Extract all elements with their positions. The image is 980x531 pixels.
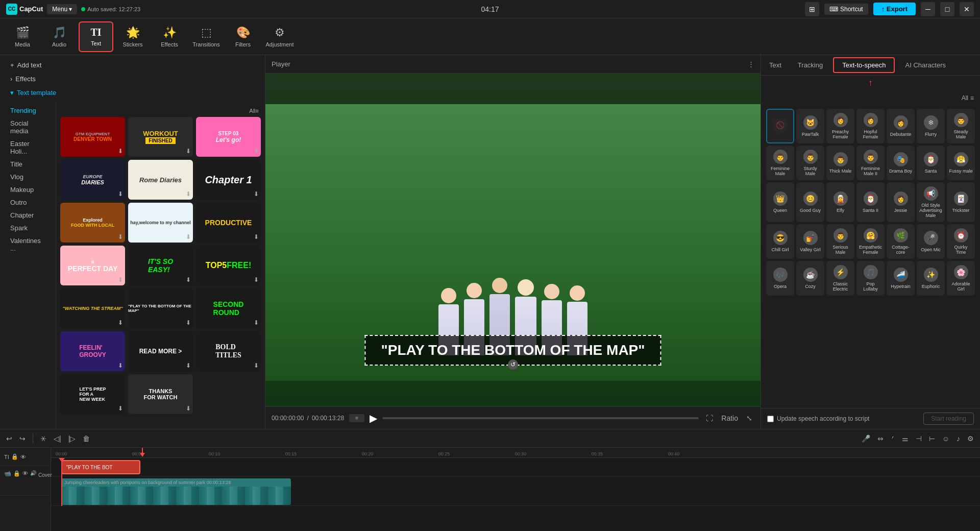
- voice-opera[interactable]: 🎶 Opera: [766, 261, 794, 296]
- tab-text[interactable]: Text: [761, 55, 790, 75]
- expand-button[interactable]: ⤡: [744, 413, 754, 423]
- progress-bar[interactable]: [382, 417, 699, 419]
- tab-tracking[interactable]: Tracking: [790, 55, 831, 75]
- layout-button[interactable]: ⊞: [805, 2, 819, 16]
- category-chapter[interactable]: Chapter: [6, 209, 50, 221]
- link-button[interactable]: ⇔: [875, 433, 886, 444]
- tool-stickers[interactable]: 🌟 Stickers: [115, 21, 150, 52]
- voice-empathetic-female[interactable]: 🤗 Empathetic Female: [856, 224, 885, 259]
- effects-button[interactable]: › Effects: [6, 73, 259, 85]
- voice-pawtalk[interactable]: 🐱 PawTalk: [796, 109, 824, 143]
- split-right-button[interactable]: |▷: [66, 433, 78, 444]
- add-text-button[interactable]: + Add text: [6, 59, 259, 71]
- template-card-1[interactable]: GTM EQUIPMENT DENVER TOWN ⬇: [60, 117, 125, 157]
- category-outro[interactable]: Outro: [6, 197, 50, 208]
- template-card-7[interactable]: Explored FOOD WITH LOCAL ⬇: [60, 203, 125, 243]
- voice-hypetrain[interactable]: 🚄 Hypetrain: [887, 261, 915, 296]
- voice-valley-girl[interactable]: 💅 Valley Girl: [796, 224, 824, 259]
- playhead[interactable]: [61, 458, 62, 506]
- update-speech-input[interactable]: [767, 416, 774, 422]
- category-title[interactable]: Title: [6, 158, 50, 170]
- template-card-8[interactable]: hay,welcome to my channel ⬇: [128, 203, 193, 243]
- template-card-14[interactable]: "PLAY TO THE BOTTOM OF THE MAP" ⬇: [128, 288, 193, 328]
- category-trending[interactable]: Trending: [6, 105, 50, 116]
- ratio-button[interactable]: Ratio: [719, 413, 740, 423]
- category-spark[interactable]: Spark: [6, 222, 50, 234]
- split-left-button[interactable]: ◁|: [52, 433, 63, 444]
- tab-tts[interactable]: Text-to-speech: [833, 57, 895, 73]
- template-card-18[interactable]: BOLDTITLES ⬇: [196, 331, 261, 371]
- template-card-10[interactable]: a PERFECT DAY ⬇: [60, 246, 125, 285]
- voice-debutante[interactable]: 👩 Debutante: [887, 109, 915, 143]
- fullscreen-button[interactable]: ⛶: [704, 413, 715, 423]
- voice-serious-male[interactable]: 👨 Serious Male: [826, 224, 854, 259]
- template-card-4[interactable]: EUROPE DIARIES ⬇: [60, 160, 125, 200]
- align-button[interactable]: ⚌: [900, 433, 911, 444]
- shortcut-button[interactable]: ⌨ Shortcut: [824, 4, 868, 15]
- voice-good-guy[interactable]: 😊 Good Guy: [796, 182, 824, 222]
- template-card-3[interactable]: STEP 03 Let's go! ⬇: [196, 117, 261, 157]
- category-vlog[interactable]: Vlog: [6, 171, 50, 183]
- export-button[interactable]: ↑ Export: [873, 3, 916, 15]
- template-card-11[interactable]: IT'S SOEASY! ⬇: [128, 246, 193, 285]
- update-speech-checkbox[interactable]: Update speech according to script: [767, 415, 869, 422]
- voice-classic-electric[interactable]: ⚡ Classic Electric: [826, 261, 854, 296]
- rotation-handle[interactable]: ↺: [508, 359, 518, 370]
- voice-feminine-male2[interactable]: 👨 Feminine Male II: [856, 146, 885, 180]
- filter-icon[interactable]: ≡: [256, 108, 259, 114]
- category-makeup[interactable]: Makeup: [6, 184, 50, 196]
- voice-jessie[interactable]: 👩 Jessie: [887, 182, 915, 222]
- voice-sturdy-male[interactable]: 👨 Sturdy Male: [796, 146, 824, 180]
- player-options-icon[interactable]: ⋮: [748, 60, 754, 68]
- voice-euphoric[interactable]: ✨ Euphoric: [917, 261, 945, 296]
- voice-pop-lullaby[interactable]: 🎵 Pop Lullaby: [856, 261, 885, 296]
- emoji-btn[interactable]: ☺: [940, 433, 951, 444]
- video-clip[interactable]: Jumping cheerleaders with pompoms on bac…: [61, 478, 291, 505]
- voice-adorable-girl[interactable]: 🌸 Adorable Girl: [947, 261, 975, 296]
- voice-drama-boy[interactable]: 🎭 Drama Boy: [887, 146, 915, 180]
- tool-filters[interactable]: 🎨 Filters: [226, 21, 260, 52]
- voice-flurry[interactable]: ❄ Flurry: [917, 109, 945, 143]
- template-card-12[interactable]: TOP5 FREE! ⬇: [196, 246, 261, 285]
- template-card-19[interactable]: LET'S PREPFOR ANEW WEEK ⬇: [60, 374, 125, 414]
- voice-queen[interactable]: 👑 Queen: [766, 182, 794, 222]
- eye-video-icon[interactable]: 👁: [22, 470, 28, 476]
- voice-feminine-male[interactable]: 👨 Feminine Male: [766, 146, 794, 180]
- voice-cozy[interactable]: ☕ Cozy: [796, 261, 824, 296]
- menu-button[interactable]: Menu ▾: [47, 4, 77, 14]
- text-clip[interactable]: "PLAY TO THE BOT: [61, 460, 140, 474]
- template-card-6[interactable]: Chapter 1 ⬇: [196, 160, 261, 200]
- start-reading-button[interactable]: Start reading: [923, 413, 974, 425]
- split-button[interactable]: ⚹: [38, 433, 48, 444]
- template-card-9[interactable]: PRODUCTIVE ⬇: [196, 203, 261, 243]
- split-btn2[interactable]: ⊣: [914, 433, 924, 444]
- subtitle-button[interactable]: ⎖: [889, 433, 897, 444]
- category-social[interactable]: Social media: [6, 117, 50, 137]
- template-card-20[interactable]: THANKSFOR WATCH ⬇: [128, 374, 193, 414]
- mic-button[interactable]: 🎤: [860, 433, 872, 444]
- audio-btn[interactable]: ♪: [954, 433, 962, 444]
- settings-tl-btn[interactable]: ⚙: [965, 433, 976, 444]
- voice-steady-male[interactable]: 👨 Steady Male: [947, 109, 975, 143]
- voice-disabled[interactable]: 🚫: [766, 109, 794, 143]
- template-card-2[interactable]: WORKOUT FINISHED ⬇: [128, 117, 193, 157]
- tool-transitions[interactable]: ⬚ Transitions: [189, 21, 224, 52]
- tool-audio[interactable]: 🎵 Audio: [42, 21, 77, 52]
- voice-preachy-female[interactable]: 👩 Preachy Female: [826, 109, 854, 143]
- play-button[interactable]: ▶: [370, 412, 377, 424]
- filter-voices-icon[interactable]: ≡: [970, 94, 974, 102]
- undo-button[interactable]: ↩: [4, 433, 14, 444]
- template-card-5[interactable]: Rome Diaries ⬇: [128, 160, 193, 200]
- category-easter[interactable]: Easter Holi...: [6, 138, 50, 157]
- tool-media[interactable]: 🎬 Media: [5, 21, 40, 52]
- tool-effects[interactable]: ✨ Effects: [152, 21, 187, 52]
- voice-hopful-female[interactable]: 👩 Hopful Female: [856, 109, 885, 143]
- voice-chill-girl[interactable]: 😎 Chill Girl: [766, 224, 794, 259]
- voice-santa2[interactable]: 🎅 Santa II: [856, 182, 885, 222]
- redo-button[interactable]: ↪: [17, 433, 28, 444]
- voice-fussy-male[interactable]: 😤 Fussy male: [947, 146, 975, 180]
- minimize-button[interactable]: ─: [921, 2, 935, 16]
- delete-button[interactable]: 🗑: [81, 433, 92, 444]
- voice-quirky-time[interactable]: ⏰ Quirky Time: [947, 224, 975, 259]
- category-valentines[interactable]: Valentines ...: [6, 235, 50, 254]
